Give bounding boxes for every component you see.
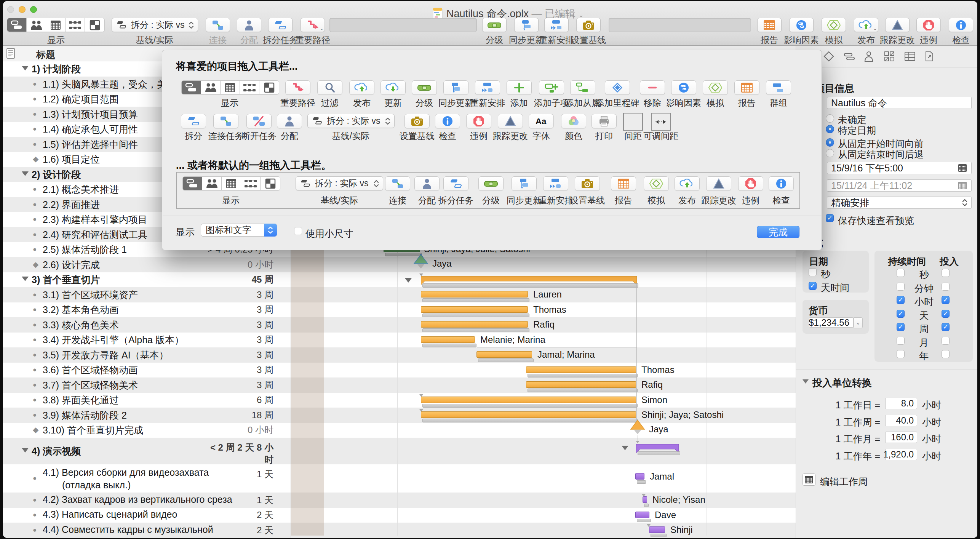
sheet-baseline-dropdown[interactable]: 拆分 : 实际 vs 基...: [307, 114, 395, 128]
default-item-连接[interactable]: [385, 176, 410, 191]
screen: 标题1) 计划阶段●1.1) 头脑风暴主题，受众，美术风●1.2) 确定项目范围…: [0, 0, 980, 539]
sheet-item-颜色[interactable]: [561, 114, 586, 128]
sheet-item-label-检查: 检查: [439, 130, 456, 142]
default-item-设置基线[interactable]: [575, 176, 600, 191]
sheet-item-断开任务[interactable]: [246, 114, 272, 128]
view-gantt-icon[interactable]: [183, 177, 202, 190]
sheet-item-flexible-space[interactable]: [651, 113, 671, 131]
default-display-segmented[interactable]: [182, 176, 280, 190]
updown-chevron-icon: [374, 179, 379, 188]
sheet-item-label-跟踪更改: 跟踪更改: [493, 130, 528, 142]
default-label-违例: 违例: [742, 195, 759, 206]
sheet-item-连接任务[interactable]: [213, 114, 238, 128]
baseline-split-icon: [312, 117, 323, 125]
view-styles-icon[interactable]: [261, 177, 280, 190]
default-label-显示: 显示: [222, 195, 240, 206]
sheet-small-size-label: 使用小尺寸: [305, 227, 353, 240]
sheet-item-添加里程碑[interactable]: [605, 80, 630, 95]
view-resources-icon[interactable]: [202, 177, 222, 190]
sheet-item-label-报告: 报告: [738, 97, 756, 109]
sheet-item-重要路径[interactable]: [285, 80, 310, 95]
default-label-设置基线: 设置基线: [570, 195, 605, 206]
sheet-item-添加[interactable]: [507, 80, 532, 95]
default-label-发布: 发布: [678, 195, 696, 206]
sheet-item-label-过滤: 过滤: [321, 97, 339, 109]
sheet-item-过滤[interactable]: [317, 80, 342, 95]
sheet-item-添加从属[interactable]: [570, 80, 595, 95]
default-label-拆分任务: 拆分任务: [438, 195, 473, 206]
view-network-icon[interactable]: [240, 81, 259, 94]
sheet-item-space[interactable]: [623, 113, 643, 131]
sheet-item-报告[interactable]: [734, 80, 759, 95]
view-network-icon[interactable]: [241, 177, 261, 190]
sheet-item-label-flexible-space: 可调间距: [643, 130, 678, 142]
sheet-item-打印[interactable]: [592, 114, 617, 128]
default-label-分配: 分配: [418, 195, 436, 206]
view-gantt-icon[interactable]: [182, 81, 201, 94]
sheet-item-影响因素[interactable]: [671, 80, 696, 95]
sheet-item-检查[interactable]: [435, 114, 460, 128]
sheet-item-label-重要路径: 重要路径: [280, 97, 315, 109]
sheet-item-label-字体: 字体: [532, 130, 550, 142]
sheet-item-跟踪更改[interactable]: [498, 114, 523, 128]
default-label-报告: 报告: [615, 195, 632, 206]
sheet-item-label-连接任务: 连接任务: [208, 130, 243, 142]
sheet-show-label: 显示: [176, 226, 195, 238]
sheet-bottom-divider: [163, 216, 822, 216]
sheet-show-dropdown[interactable]: 图标和文字: [201, 224, 277, 237]
sheet-item-label-违例: 违例: [470, 130, 488, 142]
default-item-报告[interactable]: [611, 176, 636, 191]
sheet-item-违例[interactable]: [466, 114, 491, 128]
default-item-分级[interactable]: [478, 176, 504, 191]
sheet-small-size-checkbox[interactable]: [294, 227, 302, 235]
sheet-item-移除[interactable]: [640, 80, 665, 95]
sheet-item-同步更新[interactable]: [443, 80, 468, 95]
default-label-同步更新: 同步更新: [507, 195, 542, 206]
sheet-item-label-打印: 打印: [595, 130, 613, 142]
sheet-item-label-分级: 分级: [416, 97, 433, 109]
default-item-检查[interactable]: [769, 176, 794, 191]
default-item-同步更新[interactable]: [512, 176, 537, 191]
sheet-item-label-显示: 显示: [221, 97, 238, 109]
sheet-item-分级[interactable]: [412, 80, 437, 95]
baseline-dropdown-value: 拆分 : 实际 vs 基...: [315, 178, 370, 189]
default-item-发布[interactable]: [675, 176, 700, 191]
sheet-item-重新安排[interactable]: [475, 80, 500, 95]
default-item-拆分任务[interactable]: [443, 176, 468, 191]
view-resources-icon[interactable]: [201, 81, 221, 94]
sheet-item-label-移除: 移除: [644, 97, 661, 109]
sheet-item-模拟[interactable]: [703, 80, 728, 95]
default-item-分配[interactable]: [414, 176, 440, 191]
sheet-display-segmented[interactable]: [181, 80, 279, 94]
sheet-item-label-分配: 分配: [281, 130, 298, 142]
sheet-item-label-添加里程碑: 添加里程碑: [596, 97, 639, 109]
sheet-item-label-影响因素: 影响因素: [666, 97, 701, 109]
view-styles-icon[interactable]: [259, 81, 279, 94]
view-calendar-icon[interactable]: [222, 177, 241, 190]
sheet-item-label-space: 间距: [624, 130, 642, 142]
default-item-跟踪更改[interactable]: [706, 176, 731, 191]
sheet-item-label-拆分: 拆分: [185, 130, 202, 142]
default-item-模拟[interactable]: [644, 176, 669, 191]
sheet-item-设置基线[interactable]: [404, 114, 430, 128]
sheet-item-群组[interactable]: [766, 80, 791, 95]
sheet-item-发布[interactable]: [349, 80, 374, 95]
sheet-title-1: 将喜爱的项目拖入工具栏...: [176, 59, 298, 73]
sheet-done-button[interactable]: 完成: [757, 226, 799, 238]
sheet-item-分配[interactable]: [277, 114, 302, 128]
sheet-item-拆分[interactable]: [181, 114, 206, 128]
default-baseline-dropdown[interactable]: 拆分 : 实际 vs 基...: [296, 176, 383, 190]
default-item-违例[interactable]: [738, 176, 763, 191]
baseline-dropdown-value: 拆分 : 实际 vs 基...: [327, 115, 381, 127]
sheet-item-更新[interactable]: [380, 80, 406, 95]
view-calendar-icon[interactable]: [221, 81, 240, 94]
sheet-item-label-发布: 发布: [353, 97, 371, 109]
sheet-item-添加子项[interactable]: [539, 80, 564, 95]
default-item-重新安排[interactable]: [543, 176, 568, 191]
sheet-item-字体[interactable]: Aa: [529, 114, 554, 128]
default-label-跟踪更改: 跟踪更改: [701, 195, 736, 206]
default-label-检查: 检查: [772, 195, 790, 206]
sheet-item-label-设置基线: 设置基线: [400, 130, 435, 142]
sheet-item-label-模拟: 模拟: [707, 97, 724, 109]
sheet-item-label-同步更新: 同步更新: [438, 97, 473, 109]
